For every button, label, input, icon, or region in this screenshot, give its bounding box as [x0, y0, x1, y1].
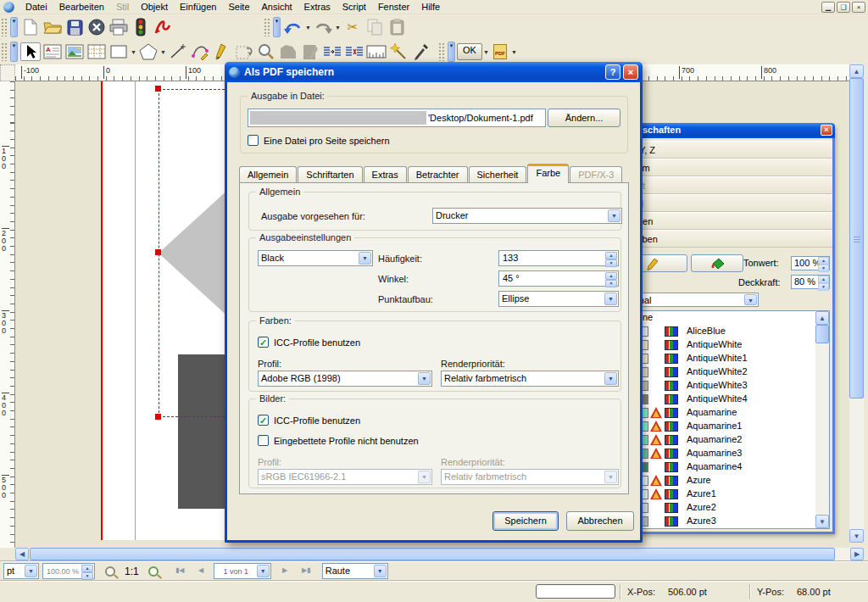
skip-embedded-checkbox[interactable] [258, 435, 269, 446]
tab-schriftarten[interactable]: Schriftarten [298, 166, 362, 183]
shape-icon[interactable] [108, 42, 129, 61]
toolbar-collapse-handle[interactable]: ▼ [10, 42, 18, 62]
tab-sicherheit[interactable]: Sicherheit [469, 166, 527, 183]
line-icon[interactable] [168, 42, 188, 61]
polygon-menu-caret[interactable]: ▼ [159, 49, 167, 55]
menu-ansicht[interactable]: Ansicht [256, 1, 298, 13]
opacity-spinner[interactable]: 80 % ▲▼ [791, 275, 830, 289]
scroll-down-button[interactable]: ▼ [849, 529, 864, 543]
palette-title-bar[interactable]: Eigenschaften × [612, 123, 835, 138]
toolbar-collapse-handle[interactable]: ▼ [10, 17, 18, 37]
mdi-restore-button[interactable]: ❑ [837, 2, 850, 13]
color-row[interactable]: Aquamarine3 [619, 447, 829, 460]
toolbar-drag-handle[interactable] [1, 42, 8, 61]
menu-script[interactable]: Script [337, 1, 372, 13]
scroll-down-button[interactable]: ▼ [815, 515, 829, 528]
color-row[interactable]: Aquamarine2 [619, 433, 829, 447]
palette-section-farben[interactable]: Farben [615, 230, 832, 248]
open-document-icon[interactable] [42, 17, 63, 37]
ok-button[interactable]: OK [457, 43, 482, 60]
menu-datei[interactable]: Datei [19, 1, 53, 13]
pdf-tools-button[interactable]: PDF [490, 43, 510, 60]
bezier-icon[interactable] [190, 42, 210, 61]
toolbar-drag-handle[interactable] [1, 18, 8, 36]
redo-icon[interactable] [313, 17, 333, 37]
palette-section-linien[interactable]: Linien [615, 212, 832, 230]
story-editor-icon[interactable] [300, 42, 320, 61]
selection-handle[interactable] [155, 414, 161, 420]
spot-function-select[interactable]: Ellipse▼ [498, 291, 619, 307]
scroll-right-button[interactable]: ▶ [850, 548, 864, 560]
unit-select[interactable]: pt▼ [3, 563, 39, 579]
undo-icon[interactable] [283, 17, 303, 37]
guide-line[interactable] [135, 81, 136, 540]
color-row[interactable]: AntiqueWhite4 [619, 393, 829, 406]
palette-section-xyz[interactable]: X, Y, Z [615, 141, 832, 159]
menu-seite[interactable]: Seite [222, 1, 255, 13]
colors-icc-checkbox[interactable]: ✓ [258, 337, 269, 348]
first-page-button[interactable]: ▮◀ [173, 564, 187, 578]
previous-page-button[interactable]: ◀ [194, 564, 209, 578]
zoom-out-icon[interactable] [100, 562, 120, 581]
color-row[interactable]: AliceBlue [619, 325, 829, 338]
menu-bearbeiten[interactable]: Bearbeiten [53, 1, 110, 13]
pencil-icon[interactable] [212, 42, 232, 61]
selection-handle[interactable] [155, 249, 161, 255]
last-page-button[interactable]: ▶▮ [299, 564, 314, 578]
help-button[interactable]: ? [605, 64, 620, 80]
save-button[interactable]: Speichern [492, 511, 559, 531]
horizontal-scrollbar[interactable]: ◀ ▶ [15, 548, 864, 561]
color-row[interactable]: AntiqueWhite [619, 338, 829, 352]
color-list[interactable]: Keine AliceBlue AntiqueWhite AntiqueWhit… [618, 310, 830, 529]
scroll-left-button[interactable]: ◀ [15, 548, 29, 560]
menu-einfuegen[interactable]: Einfügen [174, 1, 222, 13]
color-row[interactable]: Azure1 [619, 488, 829, 501]
shape-menu-caret[interactable]: ▼ [130, 49, 137, 55]
palette-close-icon[interactable]: × [821, 125, 832, 136]
tab-farbe[interactable]: Farbe [527, 164, 569, 183]
color-list-scrollbar[interactable]: ▲ ▼ [815, 311, 829, 528]
text-frame-icon[interactable]: A [42, 42, 63, 61]
preflight-icon[interactable] [131, 17, 151, 37]
intended-output-select[interactable]: Drucker▼ [432, 208, 622, 224]
output-path-field[interactable]: 'Desktop/Dokument-1.pdf [248, 109, 546, 127]
toolbar-collapse-handle[interactable]: ▼ [273, 17, 281, 37]
cancel-button[interactable]: Abbrechen [566, 511, 634, 531]
colors-intent-select[interactable]: Relativ farbmetrisch▼ [441, 371, 619, 387]
colors-profile-select[interactable]: Adobe RGB (1998)▼ [258, 371, 432, 387]
unlink-frames-icon[interactable] [344, 42, 364, 61]
color-row[interactable]: AntiqueWhite2 [619, 365, 829, 379]
zoom-actual-size-button[interactable]: 1:1 [125, 566, 139, 577]
angle-spinner[interactable]: 45 ° ▲▼ [498, 270, 619, 287]
cut-icon[interactable]: ✂ [342, 17, 363, 37]
toolbar-drag-handle[interactable] [264, 18, 270, 36]
menu-fenster[interactable]: Fenster [372, 1, 415, 13]
color-row[interactable]: Aquamarine1 [619, 420, 829, 433]
zoom-spinner[interactable]: 100.00 % ▲▼ [42, 563, 95, 579]
mdi-close-button[interactable]: × [852, 2, 865, 13]
tab-betrachter[interactable]: Betrachter [408, 166, 468, 183]
selection-handle[interactable] [155, 86, 161, 92]
dialog-title-bar[interactable]: Als PDF speichern ? × [225, 62, 643, 82]
one-file-per-page-checkbox[interactable] [248, 135, 259, 146]
menu-objekt[interactable]: Objekt [135, 1, 174, 13]
pdf-menu-caret[interactable]: ▼ [510, 49, 518, 55]
close-button[interactable]: × [623, 64, 638, 80]
menu-hilfe[interactable]: Hilfe [415, 1, 446, 13]
scroll-up-button[interactable]: ▲ [849, 64, 864, 78]
redo-menu-caret[interactable]: ▼ [334, 25, 342, 31]
select-icon[interactable] [20, 42, 41, 61]
pdf-export-icon[interactable] [153, 17, 173, 37]
vertical-scrollbar[interactable]: ▲ ▼ [849, 64, 864, 543]
paste-icon[interactable] [387, 17, 407, 37]
print-icon[interactable] [108, 17, 129, 37]
palette-section-form[interactable]: Form [615, 159, 832, 176]
vertical-scroll-thumb[interactable] [849, 78, 864, 399]
zoom-icon[interactable] [256, 42, 276, 61]
layer-select[interactable]: Raute▼ [322, 563, 388, 579]
frequency-spinner[interactable]: 133 ▲▼ [498, 250, 619, 266]
fill-color-button[interactable] [691, 254, 743, 272]
save-icon[interactable] [64, 17, 85, 37]
color-row[interactable]: Azure3 [619, 515, 829, 528]
page-select[interactable]: 1 von 1▼ [214, 563, 271, 579]
